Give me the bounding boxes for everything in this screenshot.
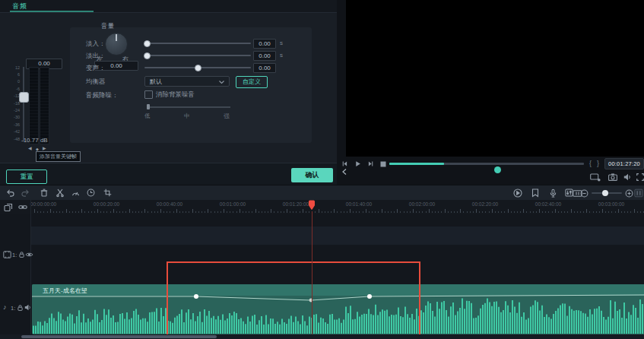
- db-scale-label: -12: [5, 93, 20, 98]
- ruler-timestamp: 00:02:00:00: [409, 201, 435, 207]
- mark-out-icon[interactable]: }: [597, 158, 599, 169]
- ruler-timestamp: 00:03:00:00: [598, 201, 624, 207]
- denoise-level-slider-handle[interactable]: [147, 104, 150, 109]
- knob-pointer: [116, 34, 117, 41]
- volume-section-label: 音量: [101, 22, 114, 31]
- fade-out-slider-track[interactable]: [144, 55, 251, 56]
- equalizer-customize-button[interactable]: 自定义: [236, 76, 268, 88]
- confirm-button[interactable]: 确认: [291, 168, 333, 182]
- seek-handle[interactable]: [494, 166, 501, 173]
- next-frame-icon[interactable]: [367, 160, 374, 167]
- db-scale-label: 6: [5, 72, 20, 77]
- keyframe-prev-icon[interactable]: ◀: [28, 145, 32, 151]
- zoom-in-icon[interactable]: [625, 189, 633, 198]
- volume-slider-handle[interactable]: [19, 92, 29, 103]
- preview-volume-icon[interactable]: [623, 173, 632, 181]
- db-scale-label: 12: [5, 65, 20, 70]
- split-icon[interactable]: [56, 189, 64, 197]
- audio-meter-right: [40, 67, 49, 144]
- timeline-ruler[interactable]: 00:00:00:0000:00:20:0000:00:40:0000:01:0…: [0, 200, 644, 214]
- mark-in-icon[interactable]: {: [589, 158, 592, 169]
- voiceover-mic-icon[interactable]: [549, 189, 557, 198]
- pitch-slider-handle[interactable]: [195, 65, 201, 71]
- lock-icon[interactable]: [18, 251, 25, 258]
- ruler-timestamp: 00:00:40:00: [157, 201, 182, 207]
- lock-icon[interactable]: [17, 304, 24, 312]
- marker-icon[interactable]: [531, 189, 539, 198]
- timeline-toolbar: [0, 185, 644, 201]
- link-icon[interactable]: [18, 204, 27, 211]
- ruler-timestamp: 00:02:20:00: [472, 201, 498, 207]
- music-note-icon: ♪: [3, 303, 7, 311]
- ruler-timestamp: 00:01:40:00: [346, 201, 372, 207]
- db-scale-label: -42: [5, 129, 20, 134]
- seek-bar[interactable]: [389, 163, 584, 165]
- audio-meter-left: [29, 67, 39, 144]
- pitch-value-field[interactable]: 0.00: [253, 63, 276, 73]
- stop-icon[interactable]: [380, 161, 386, 167]
- redo-icon[interactable]: [21, 189, 30, 197]
- timeline-zoom-handle[interactable]: [602, 190, 608, 196]
- timeline-scrollbar-thumb[interactable]: [21, 335, 217, 338]
- track-header-column: 1: ♪ 1:: [0, 200, 31, 334]
- audio-track-number: 1:: [11, 305, 15, 312]
- play-icon[interactable]: [354, 160, 361, 167]
- fade-out-value-field[interactable]: 0.00: [253, 51, 276, 61]
- balance-knob[interactable]: [105, 33, 128, 55]
- ruler-timestamp: 00:02:40:00: [535, 201, 561, 207]
- snapshot-icon[interactable]: [608, 173, 617, 181]
- video-preview[interactable]: [346, 0, 644, 157]
- keyframe-next-icon[interactable]: ▶: [43, 145, 46, 151]
- fade-in-value-field[interactable]: 0.00: [253, 39, 276, 49]
- equalizer-selected-value: 默认: [150, 78, 162, 85]
- preview-panel: { } 00:01:27:20: [337, 0, 644, 185]
- ruler-timestamp: 00:01:20:00: [283, 201, 309, 207]
- seek-progress: [389, 163, 444, 165]
- prev-frame-icon[interactable]: [341, 160, 348, 167]
- panel-tabbar: 音频: [0, 0, 337, 13]
- playhead-handle[interactable]: [308, 200, 316, 211]
- annotation-highlight-box: [167, 261, 420, 337]
- fade-out-slider-handle[interactable]: [144, 52, 151, 59]
- duration-icon[interactable]: [87, 189, 95, 197]
- zoom-out-icon[interactable]: [580, 189, 588, 198]
- crop-icon[interactable]: [103, 189, 112, 197]
- denoise-level-slider-track[interactable]: [147, 106, 230, 108]
- denoise-label: 音频降噪：: [86, 91, 119, 100]
- undo-icon[interactable]: [6, 189, 14, 197]
- keyframe-tooltip: 添加音量关键帧: [36, 151, 81, 162]
- db-scale-label: -30: [5, 115, 20, 119]
- fit-timeline-icon[interactable]: [634, 189, 643, 198]
- mirror-display-icon[interactable]: [590, 173, 601, 182]
- db-scale-label: 0: [5, 79, 20, 84]
- denoise-checkbox-label: 消除背景噪音: [156, 90, 195, 100]
- ruler-timestamp: 00:00:00:00: [30, 201, 56, 207]
- ruler-timestamp: 00:01:00:00: [220, 201, 246, 207]
- db-scale-label: -36: [5, 122, 20, 127]
- timeline-scrollbar: [0, 334, 644, 339]
- delete-icon[interactable]: [40, 189, 48, 197]
- eye-icon[interactable]: [25, 252, 33, 258]
- playhead-line[interactable]: [312, 211, 312, 334]
- filmora-app: 音频 音量 左 右 0.00 0.00 1260-6-12-18-24-30-3…: [0, 0, 644, 339]
- speed-icon[interactable]: [71, 189, 80, 196]
- reset-button[interactable]: 重置: [6, 170, 47, 184]
- db-scale-label: -24: [5, 108, 20, 112]
- equalizer-select[interactable]: 默认: [144, 76, 230, 87]
- timecode-display: 00:01:27:20: [604, 158, 644, 170]
- empty-track-lane[interactable]: [30, 227, 644, 245]
- denoise-checkbox[interactable]: [144, 90, 153, 99]
- fade-in-slider-track[interactable]: [144, 43, 251, 44]
- equalizer-label: 均衡器: [86, 78, 106, 87]
- fade-out-unit: s: [280, 52, 283, 59]
- tab-active-indicator: [10, 11, 94, 12]
- volume-slider-track[interactable]: [23, 67, 24, 141]
- manage-tracks-icon[interactable]: [4, 203, 13, 212]
- track-volume-icon[interactable]: [24, 304, 32, 311]
- fullscreen-icon[interactable]: [636, 173, 644, 181]
- render-preview-icon[interactable]: [513, 189, 522, 198]
- playback-controls: { } 00:01:27:20: [337, 157, 644, 170]
- denoise-level-label: 低: [144, 112, 151, 120]
- fade-in-slider-handle[interactable]: [144, 40, 151, 47]
- db-scale-label: -48: [5, 137, 20, 141]
